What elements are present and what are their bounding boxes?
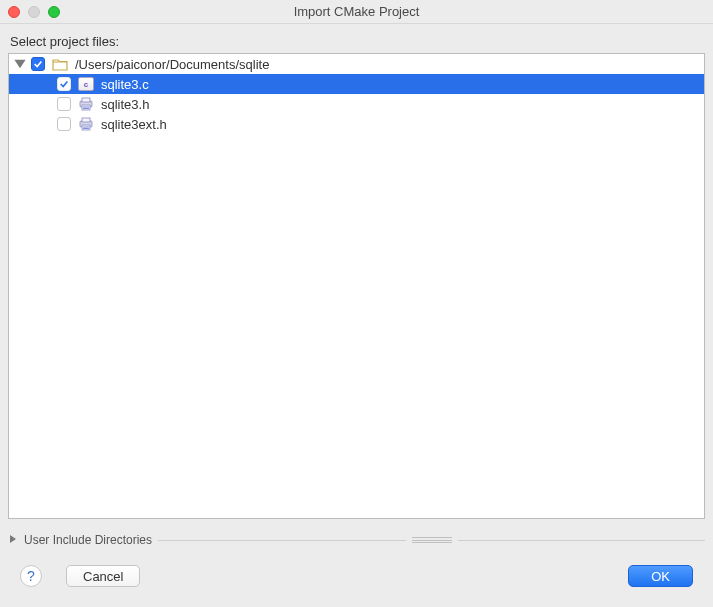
divider <box>158 540 405 541</box>
header-file-icon <box>77 96 95 112</box>
ok-button[interactable]: OK <box>628 565 693 587</box>
svg-rect-8 <box>82 125 90 130</box>
checkbox-file[interactable] <box>57 117 71 131</box>
help-button[interactable]: ? <box>20 565 42 587</box>
tree-file-row[interactable]: c sqlite3.c <box>9 74 704 94</box>
tree-root-label: /Users/paiconor/Documents/sqlite <box>73 57 269 72</box>
c-file-icon: c <box>77 76 95 92</box>
svg-marker-11 <box>10 535 16 543</box>
tree-file-row[interactable]: sqlite3ext.h <box>9 114 704 134</box>
window-titlebar: Import CMake Project <box>0 0 713 24</box>
svg-rect-3 <box>82 105 90 110</box>
ok-button-label: OK <box>651 569 670 584</box>
tree-root-row[interactable]: /Users/paiconor/Documents/sqlite <box>9 54 704 74</box>
svg-marker-0 <box>14 60 25 68</box>
user-include-section[interactable]: User Include Directories <box>8 533 705 547</box>
tree-file-label: sqlite3ext.h <box>99 117 167 132</box>
svg-rect-7 <box>82 118 90 122</box>
folder-icon <box>51 56 69 72</box>
header-file-icon <box>77 116 95 132</box>
tree-file-label: sqlite3.c <box>99 77 149 92</box>
help-icon: ? <box>27 568 35 584</box>
disclosure-triangle-icon[interactable] <box>13 57 27 71</box>
svg-rect-2 <box>82 98 90 102</box>
chevron-right-icon <box>8 533 18 547</box>
tree-file-label: sqlite3.h <box>99 97 149 112</box>
resize-grip-icon[interactable] <box>412 537 452 543</box>
cancel-button[interactable]: Cancel <box>66 565 140 587</box>
file-tree[interactable]: /Users/paiconor/Documents/sqlite c sqlit… <box>8 53 705 519</box>
dialog-body: Select project files: /Users/paiconor/Do… <box>0 24 713 607</box>
dialog-footer: ? Cancel OK <box>8 547 705 599</box>
divider <box>458 540 705 541</box>
tree-file-row[interactable]: sqlite3.h <box>9 94 704 114</box>
checkbox-root[interactable] <box>31 57 45 71</box>
select-files-label: Select project files: <box>8 34 705 49</box>
window-title: Import CMake Project <box>0 4 713 19</box>
user-include-label: User Include Directories <box>24 533 152 547</box>
checkbox-file[interactable] <box>57 97 71 111</box>
checkbox-file[interactable] <box>57 77 71 91</box>
cancel-button-label: Cancel <box>83 569 123 584</box>
